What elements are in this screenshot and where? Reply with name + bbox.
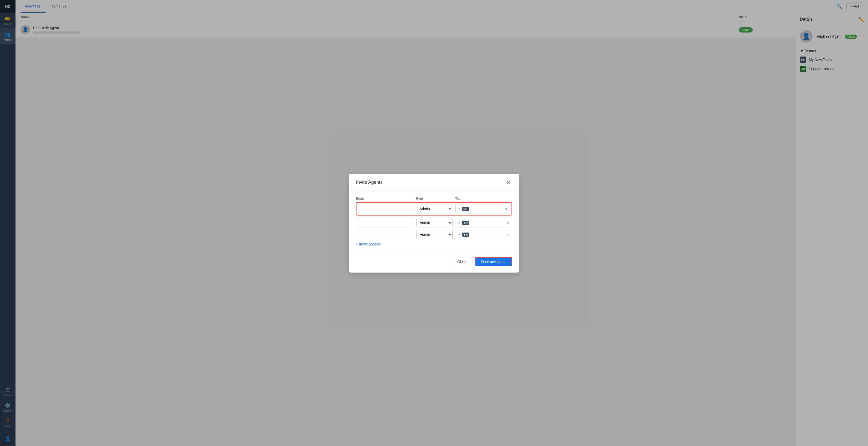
- modal-title: Invite Agents: [356, 180, 382, 185]
- invite-row-1: Admin Agent Viewer ✕ SH ✕: [356, 202, 512, 215]
- team-chip-remove-1[interactable]: ✕: [458, 207, 460, 211]
- team-field-3[interactable]: ✕ SH ✕: [456, 230, 512, 239]
- role-select-2[interactable]: Admin Agent Viewer: [416, 218, 453, 228]
- modal-body: Email Role Team Admin Agent Viewer ✕ SH …: [349, 191, 519, 253]
- team-chip-1: SH: [462, 207, 469, 211]
- team-chip-2: SH: [462, 221, 469, 225]
- team-chip-remove-2[interactable]: ✕: [458, 221, 461, 225]
- team-field-clear-3[interactable]: ✕: [506, 233, 510, 237]
- modal-close-button[interactable]: ✕: [505, 179, 512, 186]
- email-input-2[interactable]: [356, 218, 413, 228]
- label-email: Email: [356, 197, 413, 201]
- email-input-3[interactable]: [356, 230, 413, 239]
- invite-another-button[interactable]: + Invite another: [356, 242, 381, 246]
- send-invitations-button[interactable]: Send invitations: [475, 257, 512, 266]
- team-field-clear-2[interactable]: ✕: [506, 221, 510, 225]
- team-field-1[interactable]: ✕ SH ✕: [456, 204, 510, 213]
- modal-overlay[interactable]: Invite Agents ✕ Email Role Team Admin Ag…: [0, 0, 868, 446]
- team-field-clear-1[interactable]: ✕: [504, 207, 507, 211]
- role-select-1[interactable]: Admin Agent Viewer: [416, 204, 452, 213]
- invite-field-labels: Email Role Team: [356, 197, 512, 201]
- team-chip-3: SH: [462, 233, 469, 237]
- invite-row-2: Admin Agent Viewer ✕ SH ✕: [356, 218, 512, 228]
- label-team: Team: [455, 197, 512, 201]
- modal-header: Invite Agents ✕: [349, 174, 519, 191]
- email-input-1[interactable]: [358, 204, 413, 213]
- team-field-2[interactable]: ✕ SH ✕: [456, 218, 512, 228]
- modal-footer: Close Send invitations: [349, 253, 519, 273]
- label-role: Role: [416, 197, 452, 201]
- invite-agents-modal: Invite Agents ✕ Email Role Team Admin Ag…: [349, 174, 519, 273]
- role-select-3[interactable]: Admin Agent Viewer: [416, 230, 453, 239]
- close-modal-button[interactable]: Close: [452, 257, 472, 266]
- team-chip-remove-3[interactable]: ✕: [458, 233, 461, 236]
- invite-row-3: Admin Agent Viewer ✕ SH ✕: [356, 230, 512, 239]
